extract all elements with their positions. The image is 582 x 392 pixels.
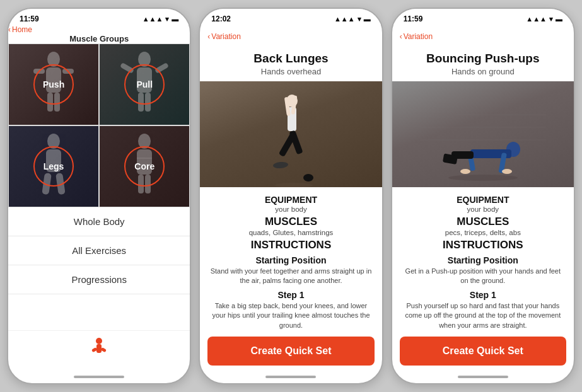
home-indicator-1 <box>8 373 190 383</box>
status-bar-3: 11:59 ▲▲▲ ▾ ▬ <box>392 9 574 25</box>
exercise-subtitle-3: Hands on ground <box>400 67 566 76</box>
starting-pos-text-3: Get in a Push-up position with your hand… <box>402 267 564 286</box>
step1-text-2: Take a big step back, bend your knees, a… <box>210 301 371 330</box>
starting-pos-label-2: Starting Position <box>210 255 371 265</box>
svg-point-35 <box>275 183 313 187</box>
back-button-3[interactable]: ‹ Variation <box>400 32 433 41</box>
phone-1: 11:59 ▲▲▲ ▾ ▬ ‹ Home Muscle Groups <box>7 8 191 384</box>
exercise-title-block-2: Back Lunges Hands overhead <box>200 48 381 81</box>
muscle-cell-pull[interactable]: Pull <box>99 43 190 125</box>
signal-icon-3: ▲▲▲ <box>526 15 547 23</box>
starting-pos-text-2: Stand with your feet together and arms s… <box>210 267 371 286</box>
svg-point-45 <box>460 169 470 174</box>
core-label: Core <box>124 146 165 187</box>
battery-icon-1: ▬ <box>172 15 178 23</box>
muscles-value-3: pecs, triceps, delts, abs <box>402 229 564 236</box>
lunge-bg <box>200 81 381 187</box>
app-footer <box>8 330 190 373</box>
exercise-subtitle-2: Hands overhead <box>207 67 374 76</box>
starting-pos-label-3: Starting Position <box>402 255 564 265</box>
nav-bar-1: ‹ Home Muscle Groups <box>8 25 190 43</box>
menu-all-exercises[interactable]: All Exercises <box>8 236 190 265</box>
battery-icon-3: ▬ <box>556 15 562 23</box>
muscles-value-2: quads, Glutes, hamstrings <box>210 229 371 236</box>
exercise-nav-2: ‹ Variation <box>200 25 381 48</box>
svg-point-33 <box>273 161 289 169</box>
wifi-icon-1: ▾ <box>165 15 169 23</box>
time-2: 12:02 <box>211 14 231 23</box>
menu-whole-body[interactable]: Whole Body <box>8 207 190 236</box>
quick-set-button-2[interactable]: Create Quick Set <box>207 337 374 366</box>
muscle-cell-legs[interactable]: Legs <box>8 125 99 207</box>
muscle-cell-core[interactable]: Core <box>99 125 190 207</box>
svg-point-34 <box>303 174 313 182</box>
home-indicator-3 <box>392 373 574 383</box>
svg-point-22 <box>96 338 102 344</box>
exercise-title-block-3: Bouncing Push-ups Hands on ground <box>392 48 574 81</box>
status-icons-3: ▲▲▲ ▾ ▬ <box>526 15 562 23</box>
wifi-icon-2: ▾ <box>358 15 361 23</box>
app-logo-icon <box>88 336 110 363</box>
status-icons-2: ▲▲▲ ▾ ▬ <box>334 15 371 23</box>
svg-point-46 <box>502 169 512 174</box>
time-1: 11:59 <box>20 14 39 23</box>
menu-progressions[interactable]: Progressions <box>8 265 190 294</box>
exercise-content-3: EQUIPMENT your body MUSCLES pecs, tricep… <box>392 187 574 333</box>
equipment-label-3: EQUIPMENT <box>402 195 564 205</box>
instructions-heading-3: INSTRUCTIONS <box>402 239 564 251</box>
back-button-2[interactable]: ‹ Variation <box>207 32 240 41</box>
exercise-title-3: Bouncing Push-ups <box>400 52 566 66</box>
equipment-value-2: your body <box>210 205 371 213</box>
exercise-title-2: Back Lunges <box>207 52 374 66</box>
status-icons-1: ▲▲▲ ▾ ▬ <box>143 15 179 23</box>
quick-set-button-3[interactable]: Create Quick Set <box>400 337 566 366</box>
legs-label: Legs <box>33 146 74 187</box>
lunge-figure <box>253 89 329 187</box>
phone-2: 12:02 ▲▲▲ ▾ ▬ ‹ Variation Back Lunges Ha… <box>199 8 383 384</box>
step1-label-2: Step 1 <box>210 290 371 300</box>
svg-point-47 <box>448 175 518 181</box>
home-bar-3 <box>458 376 508 378</box>
svg-rect-23 <box>96 344 102 353</box>
muscles-heading-3: MUSCLES <box>402 216 564 228</box>
home-bar-1 <box>74 376 124 378</box>
status-bar-2: 12:02 ▲▲▲ ▾ ▬ <box>200 9 381 25</box>
muscle-groups-grid: Push Pull <box>8 43 190 207</box>
chevron-left-icon-1: ‹ <box>8 25 11 34</box>
wifi-icon-3: ▾ <box>549 15 553 23</box>
phone-3: 11:59 ▲▲▲ ▾ ▬ ‹ Variation Bouncing Push-… <box>391 8 575 384</box>
muscle-cell-push[interactable]: Push <box>8 43 99 125</box>
phones-container: 11:59 ▲▲▲ ▾ ▬ ‹ Home Muscle Groups <box>0 0 582 392</box>
battery-icon-2: ▬ <box>364 15 371 23</box>
chevron-left-icon-3: ‹ <box>400 32 402 41</box>
status-bar-1: 11:59 ▲▲▲ ▾ ▬ <box>8 9 190 25</box>
exercise-content-2: EQUIPMENT your body MUSCLES quads, Glute… <box>200 187 381 333</box>
home-indicator-2 <box>200 373 381 383</box>
equipment-label-2: EQUIPMENT <box>210 195 371 205</box>
exercise-nav-3: ‹ Variation <box>392 25 574 48</box>
instructions-heading-2: INSTRUCTIONS <box>210 239 371 251</box>
step1-label-3: Step 1 <box>402 290 564 300</box>
nav-title-1: Muscle Groups <box>8 34 190 43</box>
home-bar-2 <box>265 376 316 378</box>
step1-text-3: Push yourself up so hard and fast that y… <box>402 301 564 330</box>
time-3: 11:59 <box>404 14 423 23</box>
pull-label: Pull <box>124 64 165 105</box>
back-button-1[interactable]: ‹ Home <box>8 25 190 34</box>
signal-icon-2: ▲▲▲ <box>334 15 355 23</box>
menu-items: Whole Body All Exercises Progressions <box>8 207 190 330</box>
push-label: Push <box>33 64 74 105</box>
exercise-image-2 <box>200 81 381 187</box>
signal-icon-1: ▲▲▲ <box>143 15 163 23</box>
chevron-left-icon-2: ‹ <box>207 32 210 41</box>
equipment-value-3: your body <box>402 205 564 213</box>
muscles-heading-2: MUSCLES <box>210 216 371 228</box>
pushup-figure <box>420 89 546 187</box>
exercise-image-3 <box>392 81 574 187</box>
pushup-bg <box>392 81 574 187</box>
